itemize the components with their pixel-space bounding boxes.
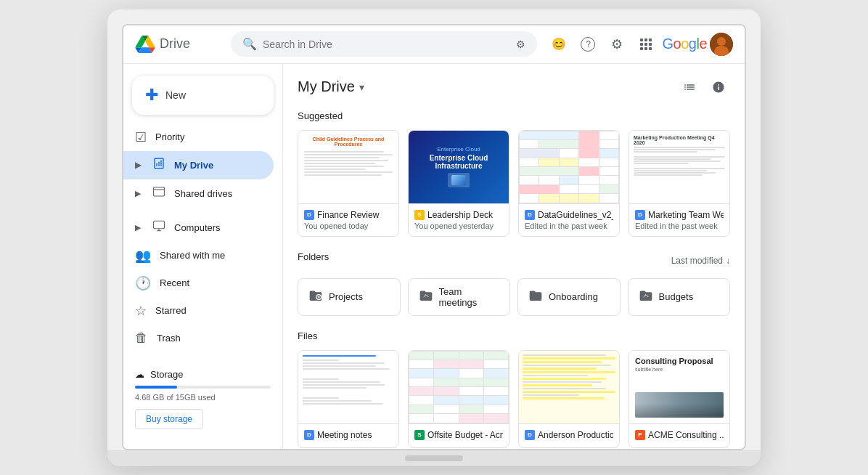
card-info: S Leadership Deck You opened yesterday — [409, 203, 509, 236]
settings-icon[interactable]: ⚙ — [604, 31, 630, 57]
sidebar-item-label: Starred — [155, 305, 187, 316]
file-card-acme-consulting[interactable]: Consulting Proposal subtitle here — [629, 350, 730, 448]
sidebar-item-priority[interactable]: ☑ Priority — [123, 123, 274, 151]
file-name: S Offsite Budget - Acme ... — [414, 430, 503, 440]
sidebar-item-shared-drives[interactable]: ▶ Shared drives — [123, 179, 274, 208]
folder-icon — [528, 288, 543, 305]
sidebar-item-computers[interactable]: ▶ Computers — [123, 214, 274, 242]
doc-type-icon: D — [304, 430, 314, 440]
doc-type-icon: P — [635, 430, 645, 440]
sidebar-item-starred[interactable]: ☆ Starred — [123, 297, 274, 325]
card-info: D Marketing Team Weekly Edited in the pa… — [629, 203, 729, 236]
sort-control[interactable]: Last modified ↓ — [671, 256, 730, 266]
consulting-preview: Consulting Proposal subtitle here — [629, 351, 729, 423]
file-thumb — [519, 351, 619, 423]
file-card-marketing-team-weekly[interactable]: Marketing Production Meeting Q4 2020 — [629, 130, 730, 237]
sidebar-item-label: Shared drives — [174, 188, 232, 199]
avatar[interactable] — [710, 33, 733, 56]
search-input[interactable] — [263, 38, 510, 50]
file-card-meeting-notes[interactable]: D Meeting notes — [298, 350, 399, 448]
folders-label: Folders — [298, 251, 329, 262]
list-view-button[interactable] — [678, 76, 701, 99]
file-name: S Leadership Deck — [414, 210, 503, 220]
card-info: D Finance Review You opened today — [298, 203, 398, 236]
storage-label: ☁ Storage — [135, 369, 271, 380]
folder-icon — [308, 288, 323, 305]
file-name: P ACME Consulting ... — [635, 430, 724, 440]
account-settings-icon[interactable]: 😊 — [546, 31, 572, 57]
info-button[interactable] — [707, 76, 730, 99]
storage-text: Storage — [150, 369, 184, 380]
apps-icon[interactable] — [633, 31, 659, 57]
file-name: D DataGuidelines_v2_Proce... — [525, 210, 613, 220]
topbar: Drive 🔍 ⚙ 😊 ? ⚙ — [123, 25, 745, 64]
topbar-icons: 😊 ? ⚙ — [546, 31, 733, 57]
storage-used-text: 4.68 GB of 15GB used — [135, 393, 271, 402]
sidebar-item-trash[interactable]: 🗑 Trash — [123, 325, 274, 352]
doc-type-icon: D — [304, 210, 314, 220]
google-wordmark: Google — [662, 36, 707, 52]
file-card-finance-review[interactable]: Child Guidelines Process and Procedures — [298, 130, 399, 237]
sidebar-item-recent[interactable]: 🕐 Recent — [123, 269, 274, 297]
laptop-screen: Drive 🔍 ⚙ 😊 ? ⚙ — [122, 24, 746, 450]
folder-item-onboarding[interactable]: Onboarding — [517, 278, 621, 316]
computers-icon — [152, 219, 165, 236]
new-button[interactable]: ✚ New — [132, 76, 274, 115]
card-info: P ACME Consulting ... — [629, 423, 729, 447]
files-grid: D Meeting notes — [298, 350, 730, 448]
file-card-anderson-production[interactable]: D Anderson Production N... — [518, 350, 620, 448]
help-icon[interactable]: ? — [575, 31, 601, 57]
search-bar[interactable]: 🔍 ⚙ — [231, 31, 537, 57]
sidebar-item-my-drive[interactable]: ▶ My Drive — [123, 151, 274, 179]
file-thumb: Consulting Proposal subtitle here — [629, 351, 729, 423]
folder-item-team-meetings[interactable]: Team meetings — [408, 278, 511, 316]
filter-icon[interactable]: ⚙ — [516, 38, 525, 50]
file-name: D Anderson Production N... — [525, 430, 613, 440]
file-thumb — [409, 351, 509, 423]
card-info: D Anderson Production N... — [519, 423, 619, 447]
svg-rect-4 — [154, 221, 165, 229]
shared-with-me-icon: 👥 — [135, 248, 151, 264]
chevron-icon: ▶ — [135, 161, 141, 170]
sidebar-item-shared-with-me[interactable]: 👥 Shared with me — [123, 242, 274, 269]
logo-area: Drive — [135, 36, 222, 53]
file-name: D Meeting notes — [304, 430, 393, 440]
file-meta: Edited in the past week — [635, 222, 724, 230]
sidebar-item-label: Recent — [160, 277, 189, 288]
new-plus-icon: ✚ — [145, 86, 158, 105]
new-button-label: New — [165, 89, 186, 101]
svg-rect-3 — [154, 187, 165, 196]
doc-type-icon: S — [414, 210, 425, 220]
file-card-offsite-budget[interactable]: S Offsite Budget - Acme ... — [408, 350, 509, 448]
folder-item-projects[interactable]: Projects — [298, 278, 401, 316]
buy-storage-button[interactable]: Buy storage — [135, 409, 203, 429]
laptop-base — [107, 450, 761, 466]
storage-bar-background — [135, 386, 271, 389]
folder-name: Budgets — [659, 291, 694, 302]
folders-header: Folders Last modified ↓ — [298, 251, 730, 271]
sidebar-item-label: Trash — [157, 333, 181, 344]
folder-name: Team meetings — [439, 286, 500, 308]
app-body: ✚ New ☑ Priority ▶ My Drive — [123, 64, 745, 449]
suggested-label: Suggested — [298, 110, 730, 121]
folder-name: Projects — [329, 291, 363, 302]
sidebar-item-label: Shared with me — [160, 250, 225, 261]
file-card-leadership-deck[interactable]: Enterprise Cloud Enterprise Cloud Infras… — [408, 130, 509, 237]
dropdown-arrow-icon[interactable]: ▾ — [359, 81, 364, 93]
sort-label-text: Last modified — [671, 256, 723, 266]
file-meta: You opened yesterday — [414, 222, 503, 230]
folder-name: Onboarding — [549, 291, 598, 302]
main-actions — [678, 76, 730, 99]
file-thumb: Enterprise Cloud Enterprise Cloud Infras… — [409, 131, 509, 203]
storage-bar-fill — [135, 386, 177, 389]
folder-icon — [419, 288, 433, 305]
sidebar-item-label: Priority — [155, 131, 184, 142]
chevron-icon: ▶ — [135, 189, 141, 198]
file-name: D Marketing Team Weekly — [635, 210, 724, 220]
card-info: D Meeting notes — [298, 423, 398, 447]
file-card-data-guidelines[interactable]: D DataGuidelines_v2_Proce... Edited in t… — [518, 130, 620, 237]
app-name: Drive — [160, 36, 190, 52]
starred-icon: ☆ — [135, 303, 147, 319]
suggested-files-grid: Child Guidelines Process and Procedures — [298, 130, 730, 237]
folder-item-budgets[interactable]: Budgets — [628, 278, 731, 316]
